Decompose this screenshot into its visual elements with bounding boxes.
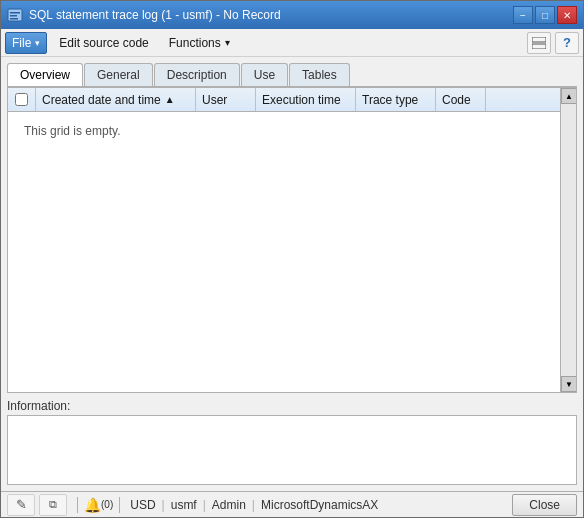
select-all-checkbox-cell[interactable] bbox=[8, 88, 36, 111]
file-menu-arrow: ▾ bbox=[35, 38, 40, 48]
functions-arrow: ▾ bbox=[225, 37, 230, 48]
grid-header: Created date and time ▲ User Execution t… bbox=[8, 88, 576, 112]
col-header-trace-type[interactable]: Trace type bbox=[356, 88, 436, 111]
role-display: Admin bbox=[208, 498, 250, 512]
company-display: usmf bbox=[167, 498, 201, 512]
main-window: SQL statement trace log (1 - usmf) - No … bbox=[0, 0, 584, 518]
information-box bbox=[7, 415, 577, 485]
help-button[interactable]: ? bbox=[555, 32, 579, 54]
tab-general[interactable]: General bbox=[84, 63, 153, 86]
information-label: Information: bbox=[7, 399, 577, 413]
tab-use[interactable]: Use bbox=[241, 63, 288, 86]
tab-description[interactable]: Description bbox=[154, 63, 240, 86]
grid-body: This grid is empty. bbox=[8, 112, 576, 392]
minimize-button[interactable]: − bbox=[513, 6, 533, 24]
vertical-scrollbar[interactable]: ▲ ▼ bbox=[560, 88, 576, 392]
functions-label: Functions bbox=[169, 36, 221, 50]
tab-overview[interactable]: Overview bbox=[7, 63, 83, 86]
view-toggle-button[interactable] bbox=[527, 32, 551, 54]
col-header-user[interactable]: User bbox=[196, 88, 256, 111]
svg-rect-3 bbox=[10, 18, 18, 20]
window-close-button[interactable]: ✕ bbox=[557, 6, 577, 24]
copy-record-button[interactable]: ⧉ bbox=[39, 494, 67, 516]
svg-rect-5 bbox=[532, 44, 546, 49]
edit-icon: ✎ bbox=[16, 497, 27, 512]
status-separator-2 bbox=[119, 497, 120, 513]
menu-bar: File ▾ Edit source code Functions ▾ ? bbox=[1, 29, 583, 57]
col-header-execution-time[interactable]: Execution time bbox=[256, 88, 356, 111]
window-icon bbox=[7, 7, 23, 23]
information-section: Information: bbox=[7, 399, 577, 485]
currency-display: USD bbox=[126, 498, 159, 512]
scroll-down-button[interactable]: ▼ bbox=[561, 376, 577, 392]
file-menu[interactable]: File ▾ bbox=[5, 32, 47, 54]
sort-arrow-created: ▲ bbox=[165, 94, 175, 105]
svg-rect-2 bbox=[10, 15, 17, 17]
copy-icon: ⧉ bbox=[49, 498, 57, 511]
status-bar: ✎ ⧉ 🔔 (0) USD | usmf | Admin | Microsoft… bbox=[1, 491, 583, 517]
tab-tables[interactable]: Tables bbox=[289, 63, 350, 86]
notification-bell-icon: 🔔 bbox=[84, 497, 101, 513]
restore-button[interactable]: □ bbox=[535, 6, 555, 24]
data-grid: Created date and time ▲ User Execution t… bbox=[7, 87, 577, 393]
content-area: Overview General Description Use Tables bbox=[1, 57, 583, 491]
col-header-created-date[interactable]: Created date and time ▲ bbox=[36, 88, 196, 111]
svg-rect-1 bbox=[10, 12, 20, 14]
tab-bar: Overview General Description Use Tables bbox=[7, 63, 577, 87]
edit-source-menu-item[interactable]: Edit source code bbox=[51, 32, 156, 54]
svg-rect-4 bbox=[532, 37, 546, 42]
help-icon: ? bbox=[563, 35, 571, 50]
product-display: MicrosoftDynamicsAX bbox=[257, 498, 382, 512]
edit-record-button[interactable]: ✎ bbox=[7, 494, 35, 516]
notification-count: (0) bbox=[101, 499, 113, 510]
edit-source-label: Edit source code bbox=[59, 36, 148, 50]
functions-menu-item[interactable]: Functions ▾ bbox=[161, 32, 238, 54]
file-menu-label: File bbox=[12, 36, 31, 50]
scroll-up-button[interactable]: ▲ bbox=[561, 88, 577, 104]
select-all-checkbox[interactable] bbox=[15, 93, 28, 106]
scrollbar-track[interactable] bbox=[561, 104, 576, 376]
grid-empty-message: This grid is empty. bbox=[16, 120, 128, 142]
title-bar: SQL statement trace log (1 - usmf) - No … bbox=[1, 1, 583, 29]
close-button[interactable]: Close bbox=[512, 494, 577, 516]
col-header-code[interactable]: Code bbox=[436, 88, 486, 111]
window-title: SQL statement trace log (1 - usmf) - No … bbox=[29, 8, 281, 22]
status-separator-1 bbox=[77, 497, 78, 513]
